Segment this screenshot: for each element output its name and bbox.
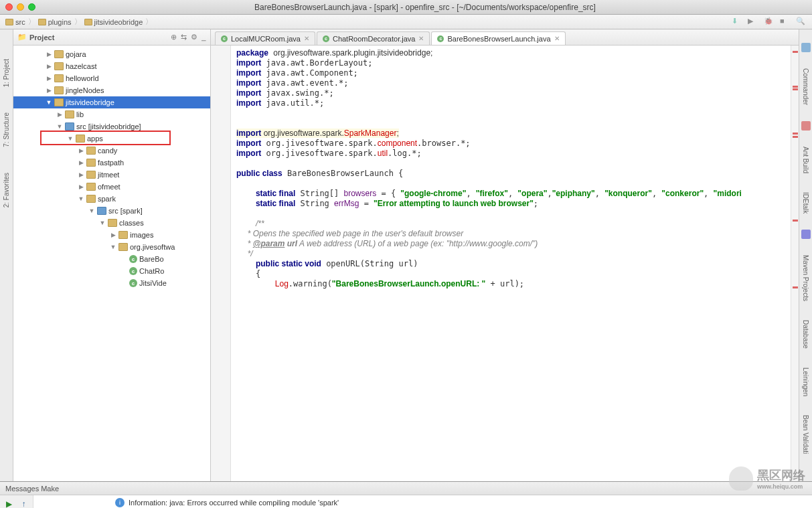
tab-database[interactable]: Database [801,317,811,351]
messages-toolbar: ▶ ↑ ⟳ ↓ ✕ ⇱ ⚑ ⇣ ? [0,495,33,508]
tree-item-jingleNodes[interactable]: ▶jingleNodes [13,84,210,96]
folder-icon [38,19,46,25]
make-button[interactable]: ⬇︎ [732,17,742,27]
disclosure-arrow-icon[interactable]: ▼ [99,220,106,226]
folder-icon [76,135,85,143]
maximize-button[interactable] [28,3,35,11]
tree-item-spark[interactable]: ▼spark [13,193,210,205]
disclosure-arrow-icon[interactable]: ▶ [56,111,63,118]
hide-icon[interactable]: ⎯ [201,33,206,41]
tree-item-images[interactable]: ▶images [13,229,210,241]
minimize-button[interactable] [17,3,24,11]
tab-label: LocalMUCRoom.java [231,35,301,43]
commander-icon[interactable] [801,43,811,52]
disclosure-arrow-icon[interactable]: ▶ [78,183,84,190]
run-button[interactable]: ▶ [748,17,758,27]
message-row[interactable]: iInformation: java: Errors occurred whil… [47,497,812,508]
editor-tab[interactable]: cBareBonesBrowserLaunch.java✕ [431,31,565,45]
tree-item-ofmeet[interactable]: ▶ofmeet [13,181,210,193]
close-button[interactable] [5,3,13,11]
folder-icon [65,122,74,131]
disclosure-arrow-icon[interactable]: ▶ [110,232,116,238]
folder-icon [5,19,13,25]
window-controls [5,3,35,11]
breadcrumb-plugins[interactable]: plugins [38,18,72,26]
tab-favorites[interactable]: 2: Favorites [1,170,11,210]
message-text: Information: java: Errors occurred while… [129,497,808,508]
code-area: package org.jivesoftware.spark.plugin.ji… [211,46,799,481]
tree-item-hazelcast[interactable]: ▶hazelcast [13,60,210,72]
editor-tab[interactable]: cChatRoomDecorator.java✕ [317,31,430,45]
editor-tab[interactable]: cLocalMUCRoom.java✕ [215,31,315,45]
stop-button[interactable]: ■ [780,17,791,27]
tab-beanvalidation[interactable]: Bean Validati [801,412,811,456]
disclosure-arrow-icon[interactable]: ▼ [46,99,52,106]
tree-item-lib[interactable]: ▶lib [13,108,210,120]
disclosure-arrow-icon[interactable]: ▶ [46,75,52,82]
tree-item-gojara[interactable]: ▶gojara [13,48,210,60]
info-icon: i [115,498,125,507]
tree-item-apps[interactable]: ▼apps [13,133,210,145]
maven-icon[interactable] [801,230,811,239]
tab-structure[interactable]: 7: Structure [1,110,11,150]
disclosure-arrow-icon[interactable]: ▶ [78,171,84,178]
tree-label: candy [98,147,117,155]
settings-icon[interactable]: ⚙ [191,33,197,41]
project-icon: 📁 [17,33,27,41]
tree-item-JitsiVide[interactable]: cJitsiVide [13,277,210,289]
tree-item-src--jitsivideobridge-[interactable]: ▼src [jitsivideobridge] [13,120,210,133]
tree-label: gojara [66,50,86,58]
disclosure-arrow-icon[interactable]: ▼ [78,195,84,202]
class-icon: c [129,255,137,263]
tab-ant[interactable]: Ant Build [801,144,811,176]
close-tab-icon[interactable]: ✕ [304,35,309,42]
scroll-from-source-icon[interactable]: ⊕ [171,33,177,41]
tree-item-fastpath[interactable]: ▶fastpath [13,157,210,169]
rerun-button[interactable]: ▶ [3,498,15,508]
disclosure-arrow-icon[interactable]: ▼ [56,123,63,130]
tab-leiningen[interactable]: Leiningen [801,365,811,399]
folder-icon [86,147,96,155]
tree-item-helloworld[interactable]: ▶helloworld [13,72,210,84]
ant-icon[interactable] [801,121,811,131]
messages-list[interactable]: iInformation: java: Errors occurred whil… [47,495,812,508]
tree-label: jitmeet [98,171,119,179]
tab-commander[interactable]: Commander [801,66,811,108]
tree-item-org-jivesoftwa[interactable]: ▼org.jivesoftwa [13,241,210,253]
error-stripe[interactable] [791,46,799,481]
folder-icon [54,62,64,70]
tree-item-jitsivideobridge[interactable]: ▼jitsivideobridge [13,96,210,108]
tab-maven[interactable]: Maven Projects [801,252,811,304]
close-tab-icon[interactable]: ✕ [554,35,560,42]
disclosure-arrow-icon[interactable]: ▼ [88,207,95,214]
collapse-all-icon[interactable]: ⇆ [181,33,187,41]
project-tree[interactable]: ▶gojara▶hazelcast▶helloworld▶jingleNodes… [13,46,210,481]
disclosure-arrow-icon[interactable]: ▶ [46,63,52,70]
tab-idetalk[interactable]: IDEtalk [801,189,811,216]
disclosure-arrow-icon[interactable]: ▼ [67,135,74,142]
tree-label: apps [87,135,103,143]
breadcrumb-src[interactable]: src [5,18,25,26]
disclosure-arrow-icon[interactable]: ▶ [78,147,84,154]
code-content[interactable]: package org.jivesoftware.spark.plugin.ji… [231,46,791,481]
up-button[interactable]: ↑ [18,498,30,508]
tree-label: lib [76,110,84,118]
tree-item-jitmeet[interactable]: ▶jitmeet [13,169,210,181]
disclosure-arrow-icon[interactable]: ▶ [46,51,52,58]
editor: cLocalMUCRoom.java✕cChatRoomDecorator.ja… [211,29,799,481]
disclosure-arrow-icon[interactable]: ▼ [110,244,116,250]
disclosure-arrow-icon[interactable]: ▶ [46,87,52,94]
tree-item-candy[interactable]: ▶candy [13,145,210,157]
tab-project[interactable]: 1: Project [1,56,11,90]
tree-item-ChatRo[interactable]: cChatRo [13,265,210,277]
search-button[interactable]: 🔍 [796,17,807,27]
tree-item-src--spark-[interactable]: ▼src [spark] [13,205,210,217]
tree-item-BareBo[interactable]: cBareBo [13,253,210,265]
tree-item-classes[interactable]: ▼classes [13,217,210,229]
tree-label: ofmeet [98,183,120,191]
debug-button[interactable]: 🐞 [764,17,775,27]
disclosure-arrow-icon[interactable]: ▶ [78,159,84,166]
close-tab-icon[interactable]: ✕ [418,35,424,42]
breadcrumb-jitsi[interactable]: jitsivideobridge [84,18,143,26]
tree-label: src [spark] [108,207,143,215]
